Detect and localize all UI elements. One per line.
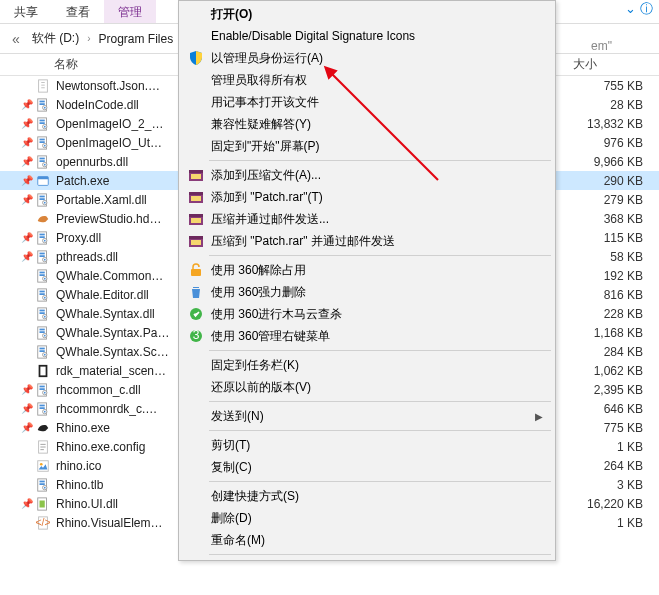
file-size: 775 KB bbox=[573, 421, 659, 435]
crumb-folder[interactable]: Program Files bbox=[92, 30, 179, 48]
pin-icon: 📌 bbox=[20, 403, 34, 414]
svg-rect-89 bbox=[191, 174, 201, 179]
menu-pin-start[interactable]: 固定到"开始"屏幕(P) bbox=[181, 135, 553, 157]
file-size: 16,220 KB bbox=[573, 497, 659, 511]
file-size: 9,966 KB bbox=[573, 155, 659, 169]
file-size: 264 KB bbox=[573, 459, 659, 473]
svg-point-82 bbox=[44, 486, 46, 488]
menu-separator bbox=[209, 255, 551, 256]
menu-send-to[interactable]: 发送到(N)▶ bbox=[181, 405, 553, 427]
file-type-icon bbox=[34, 268, 52, 284]
file-type-icon bbox=[34, 230, 52, 246]
tab-view[interactable]: 查看 bbox=[52, 0, 104, 23]
context-menu: 打开(O) Enable/Disable Digital Signature I… bbox=[178, 0, 556, 561]
svg-text:3: 3 bbox=[193, 328, 200, 342]
file-size: 290 KB bbox=[573, 174, 659, 188]
svg-rect-64 bbox=[40, 366, 45, 375]
file-type-icon bbox=[34, 97, 52, 113]
svg-point-32 bbox=[44, 239, 46, 241]
svg-rect-80 bbox=[40, 483, 45, 485]
svg-rect-0 bbox=[39, 79, 48, 91]
menu-compat-trouble[interactable]: 兼容性疑难解答(Y) bbox=[181, 113, 553, 135]
winrar-icon bbox=[185, 188, 207, 206]
svg-rect-40 bbox=[40, 274, 45, 276]
file-size: 755 KB bbox=[573, 79, 659, 93]
chevron-right-icon[interactable]: › bbox=[85, 33, 92, 44]
svg-rect-12 bbox=[40, 138, 45, 140]
file-type-icon bbox=[34, 382, 52, 398]
menu-add-to-rar[interactable]: 添加到压缩文件(A)... bbox=[181, 164, 553, 186]
menu-admin-ownership[interactable]: 管理员取得所有权 bbox=[181, 69, 553, 91]
svg-rect-22 bbox=[38, 176, 49, 179]
file-type-icon bbox=[34, 249, 52, 265]
winrar-icon bbox=[185, 232, 207, 250]
pin-icon: 📌 bbox=[20, 175, 34, 186]
menu-360-unlock[interactable]: 使用 360解除占用 bbox=[181, 259, 553, 281]
menu-360-manage[interactable]: 3使用 360管理右键菜单 bbox=[181, 325, 553, 347]
menu-add-to-patch-rar[interactable]: 添加到 "Patch.rar"(T) bbox=[181, 186, 553, 208]
svg-rect-39 bbox=[40, 271, 45, 273]
menu-shortcut[interactable]: 创建快捷方式(S) bbox=[181, 485, 553, 507]
menu-360-force-del[interactable]: 使用 360强力删除 bbox=[181, 281, 553, 303]
header-size[interactable]: 大小 bbox=[573, 56, 659, 73]
svg-point-77 bbox=[40, 462, 43, 465]
svg-rect-30 bbox=[40, 236, 45, 238]
file-type-icon bbox=[34, 401, 52, 417]
menu-copy[interactable]: 复制(C) bbox=[181, 456, 553, 478]
menu-open-notepad[interactable]: 用记事本打开该文件 bbox=[181, 91, 553, 113]
svg-rect-13 bbox=[40, 141, 45, 143]
svg-rect-95 bbox=[191, 218, 201, 223]
svg-point-62 bbox=[44, 353, 46, 355]
menu-enable-disable-sig[interactable]: Enable/Disable Digital Signature Icons bbox=[181, 25, 553, 47]
svg-rect-7 bbox=[40, 119, 45, 121]
menu-run-as-admin[interactable]: 以管理员身份运行(A) bbox=[181, 47, 553, 69]
svg-point-37 bbox=[44, 258, 46, 260]
menu-delete[interactable]: 删除(D) bbox=[181, 507, 553, 529]
winrar-icon bbox=[185, 210, 207, 228]
svg-rect-17 bbox=[40, 157, 45, 159]
menu-cut[interactable]: 剪切(T) bbox=[181, 434, 553, 456]
tab-share[interactable]: 共享 bbox=[0, 0, 52, 23]
menu-360-trojan[interactable]: 使用 360进行木马云查杀 bbox=[181, 303, 553, 325]
svg-rect-29 bbox=[40, 233, 45, 235]
menu-compress-to-email[interactable]: 压缩到 "Patch.rar" 并通过邮件发送 bbox=[181, 230, 553, 252]
menu-pin-taskbar[interactable]: 固定到任务栏(K) bbox=[181, 354, 553, 376]
svg-rect-55 bbox=[40, 331, 45, 333]
svg-rect-8 bbox=[40, 122, 45, 124]
file-type-icon bbox=[34, 325, 52, 341]
file-size: 284 KB bbox=[573, 345, 659, 359]
file-size: 1 KB bbox=[573, 516, 659, 530]
file-type-icon bbox=[34, 344, 52, 360]
file-type-icon bbox=[34, 496, 52, 512]
file-size: 1,168 KB bbox=[573, 326, 659, 340]
svg-rect-60 bbox=[40, 350, 45, 352]
menu-compress-email[interactable]: 压缩并通过邮件发送... bbox=[181, 208, 553, 230]
svg-rect-72 bbox=[40, 407, 45, 409]
file-type-icon bbox=[34, 306, 52, 322]
file-size: 13,832 KB bbox=[573, 117, 659, 131]
svg-rect-91 bbox=[189, 192, 203, 195]
svg-rect-49 bbox=[40, 309, 45, 311]
crumb-drive[interactable]: 软件 (D:) bbox=[26, 28, 85, 49]
pin-icon: 📌 bbox=[20, 422, 34, 433]
file-type-icon bbox=[34, 420, 52, 436]
menu-separator bbox=[209, 430, 551, 431]
history-chevron-icon[interactable]: « bbox=[6, 31, 26, 47]
svg-rect-25 bbox=[40, 198, 45, 200]
file-type-icon bbox=[34, 458, 52, 474]
svg-point-69 bbox=[44, 391, 46, 393]
svg-rect-50 bbox=[40, 312, 45, 314]
svg-rect-54 bbox=[40, 328, 45, 330]
menu-separator bbox=[209, 350, 551, 351]
menu-rename[interactable]: 重命名(M) bbox=[181, 529, 553, 551]
file-type-icon bbox=[34, 211, 52, 227]
pin-icon: 📌 bbox=[20, 232, 34, 243]
file-type-icon bbox=[34, 173, 52, 189]
tab-manage[interactable]: 管理 bbox=[104, 0, 156, 23]
file-size: 1 KB bbox=[573, 440, 659, 454]
menu-separator bbox=[209, 554, 551, 555]
menu-restore-prev[interactable]: 还原以前的版本(V) bbox=[181, 376, 553, 398]
menu-open[interactable]: 打开(O) bbox=[181, 3, 553, 25]
svg-rect-59 bbox=[40, 347, 45, 349]
help-icon[interactable]: ⌄ ⓘ bbox=[625, 0, 659, 23]
